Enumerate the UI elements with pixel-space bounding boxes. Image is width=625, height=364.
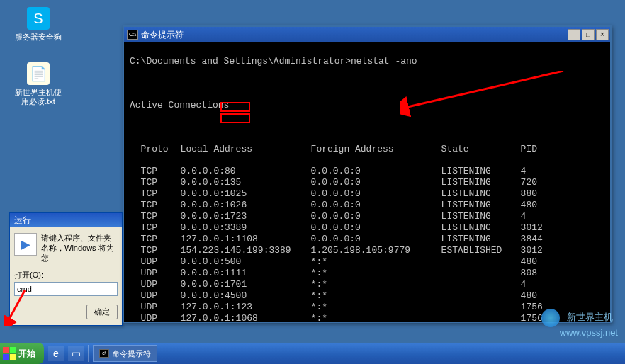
cmd-icon: c\ (99, 349, 109, 358)
maximize-button[interactable]: □ (582, 29, 595, 40)
annotation-redbox-port-135 (220, 113, 250, 123)
start-button[interactable]: 开始 (0, 343, 44, 364)
run-open-label: 打开(O): (14, 270, 118, 280)
globe-icon (541, 309, 560, 327)
netstat-header: ProtoLocal AddressForeign AddressStatePI… (130, 144, 604, 155)
desktop-icon-label: 服务器安全狗 (13, 33, 64, 42)
svg-line-0 (8, 290, 25, 322)
close-button[interactable]: × (596, 29, 609, 40)
desktop-icon-notepad-icon[interactable]: 📄新世界主机使用必读.txt (13, 62, 64, 106)
skype-shield-icon: S (27, 7, 50, 30)
run-icon: ▶ (14, 233, 37, 256)
netstat-row: UDP0.0.0.0:4500*:*480 (130, 290, 604, 302)
cmd-active-connections: Active Connections (130, 100, 604, 111)
command-prompt-title: 命令提示符 (141, 29, 184, 41)
run-description: 请键入程序、文件夹名称，Windows 将为您 (41, 233, 118, 263)
netstat-row: UDP0.0.0.0:1701*:*4 (130, 279, 604, 290)
netstat-row: TCP154.223.145.199:33891.205.198.105:977… (130, 245, 604, 256)
command-prompt-window[interactable]: C:\ 命令提示符 _ □ × C:\Documents and Setting… (123, 25, 612, 323)
netstat-row: TCP0.0.0.0:800.0.0.0:0LISTENING4 (130, 166, 604, 177)
desktop-icon-skype-shield-icon[interactable]: S服务器安全狗 (13, 7, 64, 42)
netstat-row: UDP127.0.0.1:1068*:*1756 (130, 313, 604, 322)
annotation-redbox-port-80 (220, 102, 250, 112)
cmd-prompt-line: C:\Documents and Settings\Administrator>… (130, 56, 604, 67)
netstat-row: TCP0.0.0.0:10250.0.0.0:0LISTENING880 (130, 188, 604, 200)
taskbar-item-cmd[interactable]: c\ 命令提示符 (93, 345, 157, 362)
command-prompt-body[interactable]: C:\Documents and Settings\Administrator>… (124, 42, 610, 322)
quicklaunch-desktop-icon[interactable]: ▭ (68, 346, 84, 361)
watermark: 新世界主机 www.vpssj.net (541, 309, 618, 339)
run-ok-button[interactable]: 确定 (86, 305, 118, 319)
netstat-row: UDP0.0.0.0:500*:*480 (130, 256, 604, 268)
windows-logo-icon (3, 347, 16, 360)
quicklaunch-ie-icon[interactable]: e (48, 346, 64, 361)
run-dialog-title: 运行 (10, 213, 122, 227)
minimize-button[interactable]: _ (568, 29, 580, 40)
netstat-row: UDP0.0.0.0:1111*:*808 (130, 268, 604, 279)
taskbar: 开始 e ▭ c\ 命令提示符 (0, 343, 625, 364)
desktop-icon-label: 新世界主机使用必读.txt (13, 88, 64, 106)
netstat-row: UDP127.0.0.1:123*:*1756 (130, 302, 604, 313)
notepad-icon: 📄 (27, 62, 50, 85)
netstat-row: TCP127.0.0.1:11080.0.0.0:0LISTENING3844 (130, 234, 604, 245)
netstat-row: TCP0.0.0.0:1350.0.0.0:0LISTENING720 (130, 177, 604, 188)
netstat-row: TCP0.0.0.0:17230.0.0.0:0LISTENING4 (130, 211, 604, 222)
cmd-icon: C:\ (127, 30, 138, 40)
command-prompt-titlebar[interactable]: C:\ 命令提示符 _ □ × (124, 27, 610, 42)
annotation-arrow-to-start (4, 290, 32, 326)
netstat-row: TCP0.0.0.0:33890.0.0.0:0LISTENING3012 (130, 222, 604, 234)
netstat-row: TCP0.0.0.0:10260.0.0.0:0LISTENING480 (130, 200, 604, 211)
start-label: 开始 (18, 348, 35, 360)
taskbar-item-label: 命令提示符 (112, 348, 151, 359)
